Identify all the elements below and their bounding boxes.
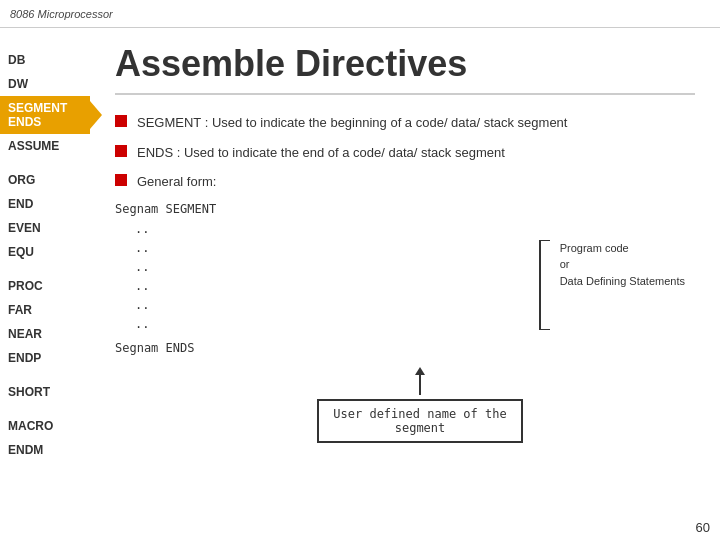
sidebar-item-endm[interactable]: ENDM <box>0 438 90 462</box>
sidebar-item-even[interactable]: EVEN <box>0 216 90 240</box>
sidebar-item-db[interactable]: DB <box>0 48 90 72</box>
bullet-text-segment: SEGMENT : Used to indicate the beginning… <box>137 113 567 133</box>
bullet-icon-ends <box>115 145 127 157</box>
sidebar-item-near[interactable]: NEAR <box>0 322 90 346</box>
main-content: Assemble Directives SEGMENT : Used to in… <box>90 28 720 540</box>
dot-1: .. <box>135 220 695 239</box>
sidebar-item-macro[interactable]: MACRO <box>0 414 90 438</box>
sidebar-label-assume: ASSUME <box>8 139 59 153</box>
sidebar-label-proc: PROC <box>8 279 43 293</box>
bullet-icon-segment <box>115 115 127 127</box>
bullet-segment: SEGMENT : Used to indicate the beginning… <box>115 113 695 133</box>
bracket-group: Program codeorData Defining Statements <box>536 240 685 330</box>
sidebar-label-even: EVEN <box>8 221 41 235</box>
segnam-ends-label: Segnam ENDS <box>115 341 695 355</box>
user-defined-box: User defined name of the segment <box>317 399 522 443</box>
sidebar-label-equ: EQU <box>8 245 34 259</box>
arrow-wrapper: User defined name of the segment <box>145 367 695 443</box>
sidebar-item-dw[interactable]: DW <box>0 72 90 96</box>
program-code-label: Program codeorData Defining Statements <box>560 240 685 330</box>
bullet-ends: ENDS : Used to indicate the end of a cod… <box>115 143 695 163</box>
sidebar-label-endp: ENDP <box>8 351 41 365</box>
sidebar-item-segment-ends[interactable]: SEGMENTENDS <box>0 96 90 134</box>
arrow-line <box>419 375 421 395</box>
top-bar-title: 8086 Microprocessor <box>10 8 113 20</box>
sidebar-label-far: FAR <box>8 303 32 317</box>
page-title: Assemble Directives <box>115 43 695 95</box>
segnam-segment-label: Segnam SEGMENT <box>115 202 695 216</box>
sidebar-item-end[interactable]: END <box>0 192 90 216</box>
sidebar-item-org[interactable]: ORG <box>0 168 90 192</box>
page-number: 60 <box>696 520 710 535</box>
bullet-text-ends: ENDS : Used to indicate the end of a cod… <box>137 143 505 163</box>
bullet-icon-general <box>115 174 127 186</box>
sidebar-item-assume[interactable]: ASSUME <box>0 134 90 158</box>
sidebar-label-endm: ENDM <box>8 443 43 457</box>
sidebar-label-macro: MACRO <box>8 419 53 433</box>
user-defined-line1: User defined name of the <box>333 407 506 421</box>
code-section: .. .. .. .. .. .. Program codeorDa <box>115 220 695 335</box>
sidebar-item-proc[interactable]: PROC <box>0 274 90 298</box>
bullet-general-form: General form: <box>115 172 695 192</box>
sidebar-label-segment-ends: SEGMENTENDS <box>8 101 67 129</box>
sidebar-item-far[interactable]: FAR <box>0 298 90 322</box>
sidebar-item-short[interactable]: SHORT <box>0 380 90 404</box>
top-bar: 8086 Microprocessor <box>0 0 720 28</box>
arrow-triangle-icon <box>415 367 425 375</box>
sidebar-item-equ[interactable]: EQU <box>0 240 90 264</box>
sidebar: DB DW SEGMENTENDS ASSUME ORG END EVEN EQ… <box>0 28 90 540</box>
sidebar-label-short: SHORT <box>8 385 50 399</box>
sidebar-label-db: DB <box>8 53 25 67</box>
sidebar-label-near: NEAR <box>8 327 42 341</box>
bullet-text-general: General form: <box>137 172 216 192</box>
code-area: Segnam SEGMENT .. .. .. .. .. .. <box>115 202 695 443</box>
sidebar-label-org: ORG <box>8 173 35 187</box>
sidebar-item-endp[interactable]: ENDP <box>0 346 90 370</box>
sidebar-label-dw: DW <box>8 77 28 91</box>
user-defined-line2: segment <box>395 421 446 435</box>
sidebar-label-end: END <box>8 197 33 211</box>
